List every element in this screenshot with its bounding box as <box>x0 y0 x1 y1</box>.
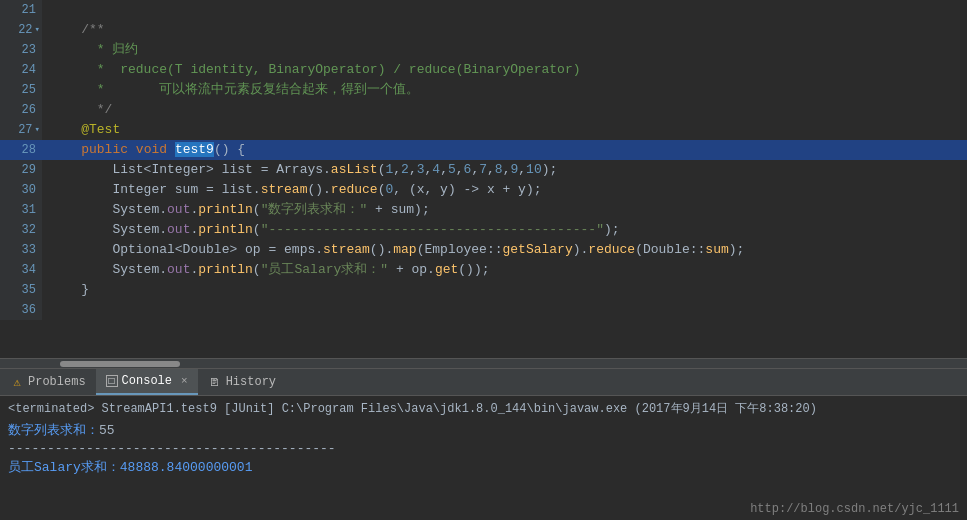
bottom-panel: ⚠ Problems □ Console × 🖹 History <termin… <box>0 368 967 520</box>
line-num-30: 30 <box>0 180 42 200</box>
console-close-btn[interactable]: × <box>181 375 188 387</box>
tab-history[interactable]: 🖹 History <box>198 369 286 395</box>
line-num-22: 22 ▾ <box>0 20 42 40</box>
tab-console-label: Console <box>122 374 172 388</box>
problems-icon: ⚠ <box>10 375 24 389</box>
code-line-23: 23 * 归约 <box>0 40 967 60</box>
tab-problems-label: Problems <box>28 375 86 389</box>
code-line-35: 35 } <box>0 280 967 300</box>
fold-arrow-22[interactable]: ▾ <box>35 20 40 40</box>
bottom-tabs: ⚠ Problems □ Console × 🖹 History <box>0 368 967 396</box>
console-output-sum: 数字列表求和：55 <box>8 421 959 439</box>
sum-value: 55 <box>99 423 115 438</box>
editor-area: 21 22 ▾ /** 23 * 归约 24 * reduce(T identi… <box>0 0 967 358</box>
line-num-21: 21 <box>0 0 42 20</box>
line-num-24: 24 <box>0 60 42 80</box>
line-num-33: 33 <box>0 240 42 260</box>
code-line-32: 32 System.out.println("-----------------… <box>0 220 967 240</box>
line-num-31: 31 <box>0 200 42 220</box>
fold-arrow-27[interactable]: ▾ <box>35 120 40 140</box>
code-line-22: 22 ▾ /** <box>0 20 967 40</box>
code-content-25: * 可以将流中元素反复结合起来，得到一个值。 <box>42 80 419 100</box>
line-num-35: 35 <box>0 280 42 300</box>
salary-label: 员工Salary求和： <box>8 460 120 475</box>
tab-problems[interactable]: ⚠ Problems <box>0 369 96 395</box>
code-line-30: 30 Integer sum = list.stream().reduce(0,… <box>0 180 967 200</box>
code-content-24: * reduce(T identity, BinaryOperator) / r… <box>42 60 581 80</box>
code-line-27: 27 ▾ @Test <box>0 120 967 140</box>
line-num-25: 25 <box>0 80 42 100</box>
code-content-27: @Test <box>42 120 120 140</box>
code-content-31: System.out.println("数字列表求和：" + sum); <box>42 200 430 220</box>
line-num-34: 34 <box>0 260 42 280</box>
line-num-32: 32 <box>0 220 42 240</box>
code-content-22: /** <box>42 20 105 40</box>
sum-label: 数字列表求和： <box>8 423 99 438</box>
console-output-salary: 员工Salary求和：48888.84000000001 http://blog… <box>8 458 959 476</box>
code-line-24: 24 * reduce(T identity, BinaryOperator) … <box>0 60 967 80</box>
code-line-25: 25 * 可以将流中元素反复结合起来，得到一个值。 <box>0 80 967 100</box>
code-content-33: Optional<Double> op = emps.stream().map(… <box>42 240 744 260</box>
code-line-21: 21 <box>0 0 967 20</box>
editor-scrollbar[interactable] <box>0 358 967 368</box>
tab-console[interactable]: □ Console × <box>96 369 198 395</box>
code-content-30: Integer sum = list.stream().reduce(0, (x… <box>42 180 542 200</box>
code-line-34: 34 System.out.println("员工Salary求和：" + op… <box>0 260 967 280</box>
csdn-link[interactable]: http://blog.csdn.net/yjc_1111 <box>750 502 959 516</box>
code-content-23: * 归约 <box>42 40 138 60</box>
code-lines: 21 22 ▾ /** 23 * 归约 24 * reduce(T identi… <box>0 0 967 358</box>
code-line-29: 29 List<Integer> list = Arrays.asList(1,… <box>0 160 967 180</box>
console-body: <terminated> StreamAPI1.test9 [JUnit] C:… <box>0 396 967 520</box>
salary-value: 48888.84000000001 <box>120 460 253 475</box>
code-line-33: 33 Optional<Double> op = emps.stream().m… <box>0 240 967 260</box>
line-num-29: 29 <box>0 160 42 180</box>
code-content-32: System.out.println("--------------------… <box>42 220 620 240</box>
line-num-23: 23 <box>0 40 42 60</box>
history-icon: 🖹 <box>208 375 222 389</box>
console-separator: ----------------------------------------… <box>8 441 959 456</box>
line-num-26: 26 <box>0 100 42 120</box>
scrollbar-thumb[interactable] <box>60 361 180 367</box>
line-num-28: 28 <box>0 140 42 160</box>
line-num-27: 27 ▾ <box>0 120 42 140</box>
code-line-26: 26 */ <box>0 100 967 120</box>
code-line-36: 36 <box>0 300 967 320</box>
tab-history-label: History <box>226 375 276 389</box>
code-content-28: public void test9() { <box>42 140 245 160</box>
line-num-36: 36 <box>0 300 42 320</box>
code-content-34: System.out.println("员工Salary求和：" + op.ge… <box>42 260 490 280</box>
code-content-29: List<Integer> list = Arrays.asList(1,2,3… <box>42 160 557 180</box>
code-line-28: 28 public void test9() { <box>0 140 967 160</box>
code-line-31: 31 System.out.println("数字列表求和：" + sum); <box>0 200 967 220</box>
code-content-35: } <box>42 280 89 300</box>
console-icon: □ <box>106 375 118 387</box>
console-terminated-line: <terminated> StreamAPI1.test9 [JUnit] C:… <box>8 400 959 417</box>
code-content-26: */ <box>42 100 112 120</box>
